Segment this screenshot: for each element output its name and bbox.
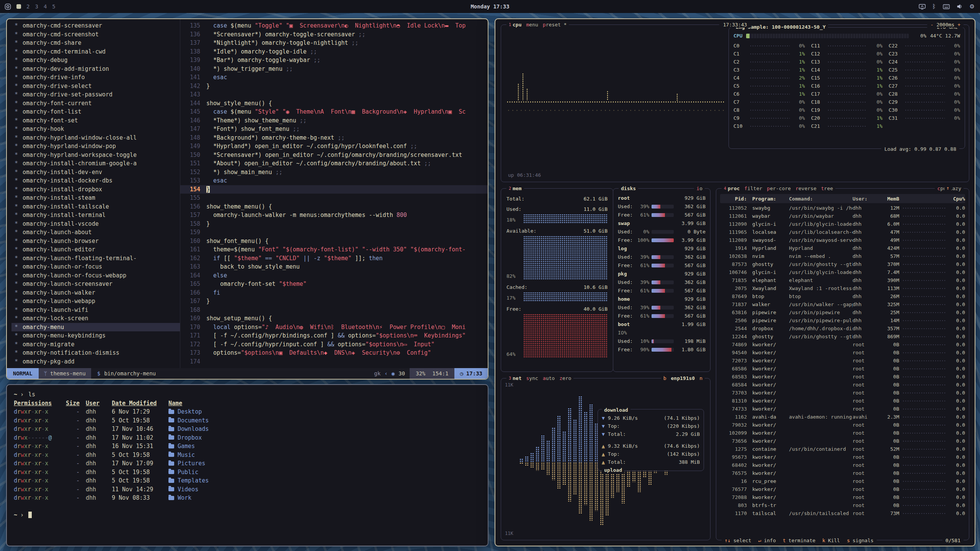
process-row[interactable]: 71835elephantelephantdhh390M0.0 — [720, 276, 965, 284]
btop-option[interactable]: tree — [821, 185, 833, 192]
omarchy-logo-icon[interactable] — [5, 3, 11, 10]
file-item[interactable]: *omarchy-drive-set-password — [11, 90, 180, 99]
process-row[interactable]: 94540kworker/root0B0.0 — [720, 349, 965, 357]
file-item[interactable]: *omarchy-install-vscode — [11, 220, 180, 228]
file-item[interactable]: *omarchy-install-dev-env — [11, 168, 180, 177]
file-item[interactable]: *omarchy-launch-walker — [11, 289, 180, 297]
file-item[interactable]: *omarchy-cmd-share — [11, 39, 180, 47]
process-row[interactable]: 87573ghostty/usr/bin/ghostty --gtk-dhh37… — [720, 260, 965, 268]
file-item[interactable]: *omarchy-launch-floating-terminal- — [11, 254, 180, 263]
file-item[interactable]: *omarchy-install-steam — [11, 194, 180, 202]
process-row[interactable]: 106746glycin-i/usr/lib/glycin-loadersdhh… — [720, 268, 965, 276]
process-row[interactable]: 68584kworker/root0B0.0 — [720, 381, 965, 389]
file-item[interactable]: *omarchy-install-docker-dbs — [11, 176, 180, 185]
file-item[interactable]: *omarchy-install-terminal — [11, 211, 180, 220]
proc-footer-action[interactable]: ↵info — [758, 538, 776, 543]
process-row[interactable]: 102099kworker/root0B0.0 — [720, 429, 965, 437]
process-row[interactable]: 68402kworker/root0B0.0 — [720, 461, 965, 469]
process-row[interactable]: 12244ghostty/usr/bin/ghostty --gtk-dhh86… — [720, 333, 965, 341]
prev-interface-key[interactable]: b — [663, 375, 666, 381]
neovim-window[interactable]: *omarchy-cmd-screensaver*omarchy-cmd-scr… — [6, 18, 488, 380]
btop-option[interactable]: auto — [543, 375, 555, 381]
process-row[interactable]: 74869kworker/root0B0.0 — [720, 341, 965, 349]
workspace-1-active[interactable] — [16, 4, 21, 9]
file-item[interactable]: *omarchy-debug — [11, 56, 180, 65]
file-item[interactable]: *omarchy-font-set — [11, 116, 180, 125]
process-row[interactable]: 72073kworker/root0B0.0 — [720, 357, 965, 365]
process-row[interactable]: 16rcu_preeroot0B0.0 — [720, 477, 965, 485]
screenshare-icon[interactable] — [919, 4, 926, 10]
workspace-2[interactable]: 2 — [26, 3, 29, 10]
process-row[interactable]: 112090glycin-i/usr/lib/glycin-loadersdhh… — [720, 220, 965, 228]
scroll-up-icon[interactable]: ↑ — [944, 185, 951, 191]
interval-decrease-button[interactable]: - — [930, 22, 933, 28]
file-item[interactable]: *omarchy-cmd-terminal-cwd — [11, 47, 180, 56]
process-row[interactable]: 73703kworker/root0B0.0 — [720, 389, 965, 397]
process-row[interactable]: 63816pipewire/usr/bin/pipewiredhh25M0.0 — [720, 308, 965, 316]
file-item[interactable]: *omarchy-cmd-screensaver — [11, 21, 180, 30]
process-row[interactable]: 79032kworker/root0B0.0 — [720, 421, 965, 429]
terminal-content[interactable]: ~ › ls Permissions Size User Date Modifi… — [7, 385, 488, 546]
header-pid[interactable]: Pid: — [720, 196, 748, 202]
file-item[interactable]: *omarchy-launch-or-focus-webapp — [11, 271, 180, 280]
file-item[interactable]: *omarchy-launch-about — [11, 228, 180, 237]
file-item[interactable]: *omarchy-pkg-add — [11, 357, 180, 366]
file-item[interactable]: *omarchy-install-chromium-google-a — [11, 159, 180, 168]
btop-option[interactable]: sync — [526, 375, 538, 381]
process-row[interactable]: 95673kworker/root0B0.0 — [720, 453, 965, 461]
code-editor-pane[interactable]: 135 case $(menu "Toggle" "▣ Screensaver\… — [180, 19, 488, 368]
proc-footer-action[interactable]: tterminate — [783, 538, 815, 543]
volume-icon[interactable] — [957, 4, 963, 9]
proc-footer-action[interactable]: ↑↓select — [725, 538, 751, 543]
process-row[interactable]: 2506pipewire/usr/bin/pipewire-pulsedhh14… — [720, 316, 965, 324]
process-row[interactable]: 68583kworker/root0B0.0 — [720, 373, 965, 381]
file-item[interactable]: *omarchy-migrate — [11, 340, 180, 349]
process-row[interactable]: 1162avahi-daavahi-daemon: running [avahi… — [720, 413, 965, 421]
settings-gear-icon[interactable]: ⚙ — [970, 3, 975, 10]
workspace-3[interactable]: 3 — [35, 3, 38, 10]
process-row[interactable]: 111965localsea/usr/lib/localsearch-exdhh… — [720, 228, 965, 236]
process-row[interactable]: 2544dropbox/home/dhh/.dropbox-distdhh357… — [720, 324, 965, 333]
header-cpu[interactable]: Cpu% — [950, 196, 965, 202]
file-item[interactable]: *omarchy-drive-info — [11, 73, 180, 82]
file-item[interactable]: *omarchy-drive-select — [11, 82, 180, 91]
process-row[interactable]: 87649btopbtopdhh26M0.0 — [720, 292, 965, 300]
terminal-window[interactable]: ~ › ls Permissions Size User Date Modifi… — [6, 384, 488, 546]
file-item[interactable]: *omarchy-install-tailscale — [11, 202, 180, 211]
process-row[interactable]: 1275containe/usr/bin/containerdroot52M0.… — [720, 445, 965, 453]
process-row[interactable]: 1170tailscal/usr/sbin/tailscaled --root7… — [720, 509, 965, 517]
update-interval[interactable]: - 2000ms + — [927, 22, 964, 28]
file-item[interactable]: *omarchy-hyprland-workspace-toggle — [11, 151, 180, 160]
workspace-5[interactable]: 5 — [52, 3, 55, 10]
io-label[interactable]: io — [696, 185, 702, 192]
file-item[interactable]: *omarchy-dev-add-migration — [11, 65, 180, 73]
file-item[interactable]: *omarchy-launch-webapp — [11, 297, 180, 306]
file-item[interactable]: *omarchy-font-list — [11, 108, 180, 116]
header-memb[interactable]: MemB — [878, 196, 899, 202]
file-item[interactable]: *omarchy-font-current — [11, 99, 180, 108]
header-command[interactable]: Command: — [789, 196, 853, 202]
btop-option[interactable]: reverse — [795, 185, 817, 192]
process-row[interactable]: 112061waybar/usr/bin/waybardhh68M0.0 — [720, 212, 965, 220]
btop-option[interactable]: menu — [526, 21, 538, 28]
btop-option[interactable]: zero — [559, 375, 571, 381]
next-interface-key[interactable]: n — [699, 375, 702, 381]
process-row[interactable]: 68586kworker/root0B0.0 — [720, 365, 965, 373]
process-row[interactable]: 76577kworker/root0B0.0 — [720, 485, 965, 493]
net-interface-switcher[interactable]: b enp191s0 n — [661, 375, 705, 381]
proc-footer-action[interactable]: ssignals — [847, 538, 874, 543]
file-item[interactable]: *omarchy-launch-wifi — [11, 306, 180, 315]
btop-option[interactable]: filter — [744, 185, 762, 192]
disks-io-toggle[interactable]: io — [694, 185, 705, 192]
btop-option[interactable]: per-core — [767, 185, 791, 192]
bluetooth-icon[interactable]: ᛒ — [933, 3, 936, 10]
file-explorer-pane[interactable]: *omarchy-cmd-screensaver*omarchy-cmd-scr… — [7, 19, 180, 368]
file-item[interactable]: *omarchy-menu — [11, 323, 180, 332]
process-row[interactable]: 81310kworker/root0B0.0 — [720, 397, 965, 405]
file-item[interactable]: *omarchy-install-dropbox — [11, 185, 180, 194]
process-row[interactable]: 73656kworker/root0B0.0 — [720, 437, 965, 445]
file-item[interactable]: *omarchy-launch-editor — [11, 245, 180, 254]
btop-option[interactable]: preset * — [543, 21, 567, 28]
process-row[interactable]: 2075XwaylandXwayland :1 -rootless -dhh11… — [720, 284, 965, 292]
process-row[interactable]: 112052swaybg/usr/bin/swaybg -i /homdhh12… — [720, 204, 965, 212]
